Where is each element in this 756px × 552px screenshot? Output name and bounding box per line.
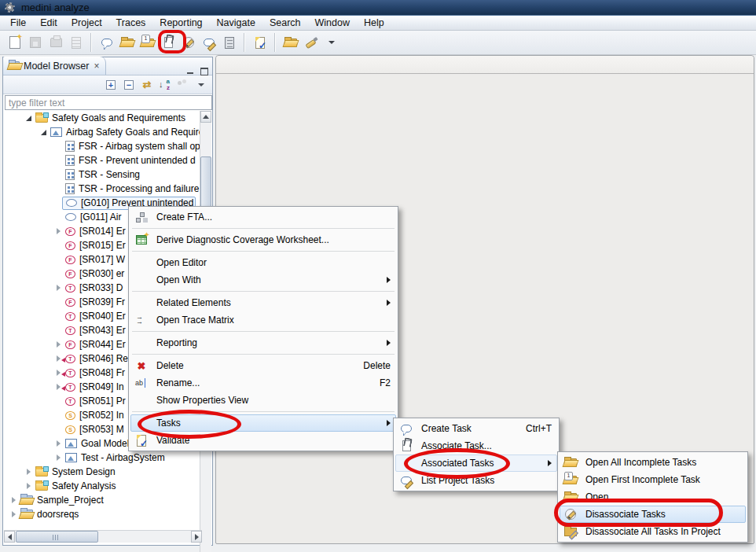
save-button[interactable] [25, 32, 46, 53]
menu-item-derive-diagnostic-coverage-worksheet[interactable]: Derive Diagnostic Coverage Worksheet... [130, 231, 396, 248]
menubar-item-window[interactable]: Window [308, 16, 357, 30]
tree-item-tsr-sensing[interactable]: TSR - Sensing [4, 167, 202, 182]
filter-input[interactable] [5, 95, 212, 110]
scroll-up-button[interactable] [200, 111, 211, 123]
open-button[interactable] [281, 32, 301, 53]
tree-item-label: [SR044] Er [79, 339, 126, 350]
expand-arrow[interactable] [9, 510, 19, 520]
expand-arrow[interactable] [9, 495, 19, 506]
menu-item-open[interactable]: Open... [560, 488, 746, 506]
expand-spacer [53, 142, 64, 152]
menu-item-label: Derive Diagnostic Coverage Worksheet... [150, 234, 329, 245]
title-bar: medini analyze [0, 0, 756, 16]
expand-arrow[interactable] [53, 453, 64, 463]
expand-arrow[interactable] [53, 283, 64, 293]
expand-arrow[interactable] [53, 439, 64, 449]
menu-item-disassociate-all-tasks-in-project[interactable]: Disassociate All Tasks In Project [560, 523, 746, 540]
associate-task-button[interactable] [158, 32, 178, 53]
new-button[interactable] [5, 32, 25, 53]
delete-icon [133, 361, 150, 371]
menu-item-open-trace-matrix[interactable]: Open Trace Matrix [130, 311, 396, 329]
submenu-arrow-icon [387, 340, 391, 346]
menubar-item-navigate[interactable]: Navigate [210, 16, 262, 30]
report-button[interactable] [66, 32, 86, 53]
minimize-view-icon[interactable] [186, 67, 195, 75]
tree-item-sample-project[interactable]: Sample_Project [4, 493, 202, 507]
tree-item-safety-analysis[interactable]: Safety Analysis [4, 479, 202, 493]
trace-matrix-icon [133, 315, 150, 326]
context-menu-separator [132, 228, 395, 229]
sr-icon: F [65, 298, 75, 307]
menubar-item-file[interactable]: File [3, 16, 33, 30]
menu-item-show-properties-view[interactable]: Show Properties View [130, 392, 396, 409]
menu-item-associate-task[interactable]: Associate Task... [395, 437, 557, 454]
menubar-item-project[interactable]: Project [64, 16, 109, 30]
menu-item-rename[interactable]: Rename...F2 [130, 374, 396, 392]
expand-arrow[interactable] [24, 113, 34, 123]
menubar-item-search[interactable]: Search [262, 16, 308, 30]
expand-arrow[interactable] [24, 481, 34, 491]
menu-item-related-elements[interactable]: Related Elements [130, 294, 396, 311]
horizontal-scrollbar[interactable] [4, 530, 202, 543]
tree-item-label: [SR017] W [79, 254, 125, 265]
menu-item-delete[interactable]: DeleteDelete [130, 357, 396, 374]
menu-item-open-editor[interactable]: Open Editor [130, 254, 396, 271]
expand-arrow[interactable] [39, 127, 49, 138]
disassociate-tasks-button[interactable] [178, 32, 199, 53]
menu-item-open-all-incomplete-tasks[interactable]: Open All Incomplete Tasks [560, 454, 746, 471]
scroll-left-button[interactable] [4, 531, 15, 543]
menu-item-list-project-tasks[interactable]: List Project Tasks [395, 472, 557, 489]
tree-item-label: [G011] Air [80, 212, 121, 223]
tree-item-system-design[interactable]: System Design [4, 465, 202, 479]
collapse-all-button[interactable]: − [123, 79, 135, 91]
tree-item-fsr-prevent-unintended-d[interactable]: FSR - Prevent unintended d [4, 153, 202, 167]
validate-button[interactable] [250, 32, 270, 53]
expand-all-button[interactable]: + [105, 79, 117, 91]
model-browser-tab-icon [9, 61, 20, 70]
menu-item-create-fta[interactable]: Create FTA... [130, 208, 396, 226]
menu-item-disassociate-tasks[interactable]: Disassociate Tasks [560, 506, 746, 523]
folder-pencil-icon [562, 528, 579, 536]
close-icon[interactable]: × [93, 61, 100, 71]
filters-button[interactable] [177, 79, 189, 91]
edit-task-button[interactable] [199, 32, 219, 53]
open-all-incomplete-tasks-button[interactable] [117, 32, 138, 53]
open-first-incomplete-task-button[interactable] [138, 32, 158, 53]
list-tasks-button[interactable] [219, 32, 240, 53]
menu-item-reporting[interactable]: Reporting [130, 334, 396, 351]
tree-item-tsr-processing-and-failure[interactable]: TSR - Processing and failure [4, 182, 202, 196]
menubar-item-reporting[interactable]: Reporting [152, 16, 209, 30]
menubar-item-edit[interactable]: Edit [33, 16, 64, 30]
create-task-button[interactable] [97, 32, 117, 53]
tree-item-test-airbagsystem[interactable]: Test - AirbagSystem [4, 451, 202, 465]
expand-arrow[interactable] [53, 226, 64, 237]
folder-open-icon [562, 458, 579, 467]
goal-icon [66, 199, 77, 207]
toolbar-dropdown-button[interactable] [321, 32, 342, 53]
link-with-editor-button[interactable]: ⇄ [141, 79, 153, 91]
print-button[interactable] [46, 32, 66, 53]
tree-item-airbag-safety-goals-and-require[interactable]: Airbag Safety Goals and Require [4, 125, 202, 139]
tab-model-browser[interactable]: Model Browser × [3, 57, 106, 75]
menu-item-open-first-incomplete-task[interactable]: Open First Incomplete Task [560, 471, 746, 488]
menu-item-validate[interactable]: Validate [130, 432, 396, 449]
menu-item-tasks[interactable]: Tasks [130, 414, 396, 432]
menubar-item-traces[interactable]: Traces [109, 16, 153, 30]
format-brush-button[interactable] [301, 32, 321, 53]
menu-item-open-with[interactable]: Open With [130, 271, 396, 289]
tree-item-fsr-airbag-system-shall-op[interactable]: FSR - Airbag system shall op [4, 139, 202, 153]
context-menu-separator [132, 331, 395, 332]
scroll-right-button[interactable] [191, 531, 202, 543]
horizontal-scroll-thumb[interactable] [16, 531, 98, 543]
menu-item-create-task[interactable]: Create TaskCtrl+T [395, 420, 557, 437]
tree-item-safety-goals-and-requirements[interactable]: Safety Goals and Requirements [4, 111, 202, 125]
tree-item-doorsreqs[interactable]: doorsreqs [4, 507, 202, 521]
menu-item-associated-tasks[interactable]: Associated Tasks [395, 454, 557, 472]
menubar-item-help[interactable]: Help [357, 16, 391, 30]
menu-item-label: Associate Task... [415, 440, 492, 451]
expand-arrow[interactable] [53, 340, 64, 350]
view-menu-button[interactable] [195, 79, 207, 91]
sort-az-button[interactable]: az [159, 79, 171, 91]
expand-arrow[interactable] [24, 467, 34, 477]
maximize-view-icon[interactable] [200, 67, 208, 75]
